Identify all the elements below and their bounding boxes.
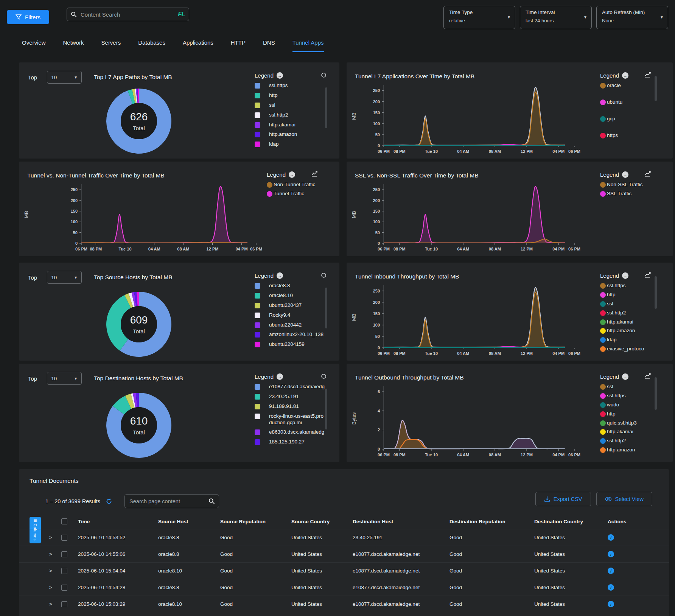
legend-item[interactable]: ssl.http2: [600, 310, 670, 316]
legend-item[interactable]: e10877.dscd.akamaiedg: [255, 384, 326, 390]
column-header[interactable]: Source Reputation: [220, 519, 291, 524]
line-type-icon[interactable]: [311, 171, 318, 177]
row-checkbox[interactable]: [61, 568, 67, 574]
time-type-dropdown[interactable]: Time Type relative ▼: [443, 6, 515, 29]
legend-item[interactable]: ssl.https: [600, 283, 670, 289]
legend-item[interactable]: Non-Tunnel Traffic: [267, 182, 336, 188]
row-expand-chevron[interactable]: >: [49, 535, 61, 540]
legend-item[interactable]: ubuntu220437: [255, 302, 326, 309]
column-header[interactable]: Destination Reputation: [449, 519, 534, 524]
info-icon[interactable]: i: [608, 568, 614, 574]
page-search[interactable]: [124, 494, 219, 508]
legend-item[interactable]: http: [600, 292, 670, 298]
legend-expand-icon[interactable]: →: [622, 171, 628, 178]
legend-item[interactable]: http: [255, 92, 326, 99]
legend-item[interactable]: rocky-linux-us-east5.production.gcp.mi: [255, 413, 326, 426]
legend-item[interactable]: quic.ssl.http3: [600, 420, 670, 426]
row-expand-chevron[interactable]: >: [49, 601, 61, 607]
legend-item[interactable]: evasive_protoco: [600, 346, 670, 352]
legend-item[interactable]: e86303.dscx.akamaiedg: [255, 429, 326, 436]
select-all-checkbox[interactable]: [61, 518, 67, 524]
legend-item[interactable]: 185.125.190.27: [255, 439, 326, 445]
legend-scrollbar[interactable]: [325, 87, 327, 128]
legend-expand-icon[interactable]: →: [622, 72, 628, 79]
page-search-input[interactable]: [129, 498, 208, 505]
legend-item[interactable]: Rocky9.4: [255, 312, 326, 319]
legend-expand-icon[interactable]: →: [622, 373, 628, 380]
column-header[interactable]: Source Host: [158, 519, 220, 524]
legend-item[interactable]: ubuntu: [600, 99, 670, 106]
top-n-select[interactable]: 10▼: [47, 372, 82, 385]
column-header[interactable]: Destination Country: [534, 519, 608, 524]
content-search-input[interactable]: [80, 11, 175, 18]
legend-item[interactable]: SSL Traffic: [600, 191, 670, 197]
row-checkbox[interactable]: [61, 535, 67, 541]
legend-item[interactable]: http.amazon: [600, 328, 670, 334]
content-search[interactable]: FL: [67, 8, 189, 21]
line-type-icon[interactable]: [645, 272, 652, 278]
legend-scrollbar[interactable]: [325, 389, 327, 429]
legend-item[interactable]: ssl.http2: [600, 438, 670, 444]
legend-item[interactable]: ssl.https: [600, 393, 670, 399]
legend-item[interactable]: 23.40.25.191: [255, 394, 326, 400]
filters-button[interactable]: Filters: [7, 10, 49, 24]
donut-type-icon[interactable]: [321, 272, 327, 278]
legend-scrollbar[interactable]: [325, 288, 327, 328]
legend-expand-icon[interactable]: →: [277, 272, 283, 279]
legend-item[interactable]: 91.189.91.81: [255, 403, 326, 410]
legend-item[interactable]: ubuntu220442: [255, 322, 326, 328]
top-n-select[interactable]: 10▼: [47, 71, 82, 84]
auto-refresh-dropdown[interactable]: Auto Refresh (Min) None ▼: [596, 6, 668, 29]
legend-expand-icon[interactable]: →: [277, 373, 283, 380]
legend-item[interactable]: ssl: [600, 384, 670, 390]
tab-overview[interactable]: Overview: [22, 39, 46, 52]
legend-item[interactable]: oracle: [600, 82, 670, 89]
legend-item[interactable]: gcp: [600, 116, 670, 122]
row-expand-chevron[interactable]: >: [49, 568, 61, 574]
row-checkbox[interactable]: [61, 551, 67, 557]
legend-item[interactable]: ssl.https: [255, 82, 326, 89]
time-interval-dropdown[interactable]: Time Interval last 24 hours ▼: [520, 6, 592, 29]
row-expand-chevron[interactable]: >: [49, 585, 61, 590]
info-icon[interactable]: i: [608, 584, 614, 591]
legend-item[interactable]: Tunnel Traffic: [267, 191, 336, 197]
refresh-icon[interactable]: [106, 498, 112, 505]
legend-expand-icon[interactable]: →: [622, 272, 628, 279]
top-n-select[interactable]: 10▼: [47, 271, 82, 284]
legend-scrollbar[interactable]: [655, 276, 657, 309]
legend-item[interactable]: ldap: [255, 141, 326, 148]
row-checkbox[interactable]: [61, 585, 67, 591]
legend-item[interactable]: ssl.http2: [255, 112, 326, 118]
column-header[interactable]: Time: [78, 519, 158, 524]
select-view-button[interactable]: Select View: [596, 492, 653, 506]
legend-item[interactable]: http.amazon: [600, 447, 670, 453]
legend-expand-icon[interactable]: →: [289, 171, 295, 178]
legend-scrollbar[interactable]: [655, 377, 657, 410]
info-icon[interactable]: i: [608, 551, 614, 557]
legend-item[interactable]: ssl: [600, 301, 670, 307]
legend-item[interactable]: amzonlinux2-20.10_138: [255, 331, 326, 338]
donut-type-icon[interactable]: [321, 373, 327, 379]
legend-item[interactable]: Non-SSL Traffic: [600, 182, 670, 188]
column-header[interactable]: Actions: [608, 519, 669, 524]
export-csv-button[interactable]: Export CSV: [535, 492, 591, 506]
column-header[interactable]: Source Country: [291, 519, 353, 524]
legend-item[interactable]: oracle8.8: [255, 283, 326, 289]
line-type-icon[interactable]: [645, 373, 652, 379]
tab-applications[interactable]: Applications: [183, 39, 213, 52]
legend-expand-icon[interactable]: →: [277, 72, 283, 79]
tab-servers[interactable]: Servers: [101, 39, 121, 52]
legend-item[interactable]: http: [600, 411, 670, 417]
column-header[interactable]: Destination Host: [353, 519, 449, 524]
legend-item[interactable]: ubuntu2204159: [255, 341, 326, 348]
line-type-icon[interactable]: [645, 72, 652, 78]
legend-item[interactable]: http.akamai: [600, 319, 670, 325]
info-icon[interactable]: i: [608, 601, 614, 607]
legend-item[interactable]: http.akamai: [600, 429, 670, 435]
line-type-icon[interactable]: [645, 171, 652, 177]
legend-item[interactable]: oracle8.10: [255, 292, 326, 299]
donut-type-icon[interactable]: [321, 72, 327, 78]
legend-item[interactable]: http.akamai: [255, 122, 326, 128]
tab-dns[interactable]: DNS: [263, 39, 275, 52]
tab-network[interactable]: Network: [63, 39, 84, 52]
